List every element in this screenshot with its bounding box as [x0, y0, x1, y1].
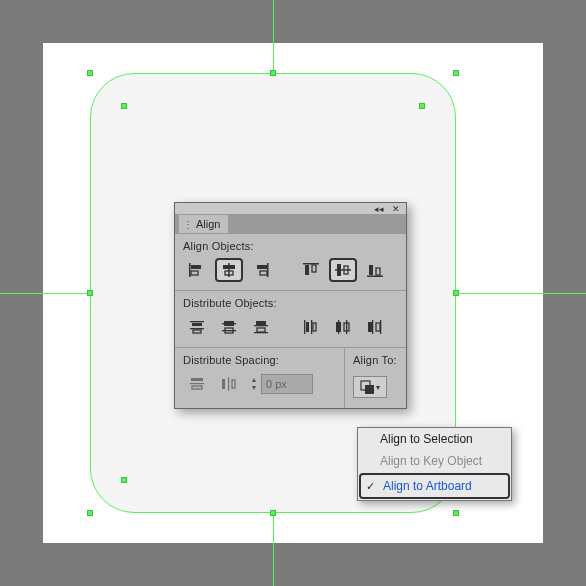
svg-rect-44: [192, 386, 202, 389]
chevron-down-icon: ▾: [376, 383, 380, 392]
svg-rect-29: [257, 328, 265, 332]
svg-rect-36: [346, 320, 347, 334]
selection-handle[interactable]: [270, 510, 276, 516]
corner-radius-handle[interactable]: [419, 103, 425, 109]
svg-rect-0: [189, 263, 191, 277]
check-icon: ✓: [366, 480, 375, 493]
vdist-center-button[interactable]: [215, 315, 243, 339]
hdist-left-button[interactable]: [297, 315, 325, 339]
svg-rect-33: [313, 323, 316, 331]
selection-handle[interactable]: [453, 70, 459, 76]
spacing-value-input[interactable]: 0 px: [261, 374, 313, 394]
selection-handle[interactable]: [87, 510, 93, 516]
align-to-dropdown-button[interactable]: ▾: [353, 376, 387, 398]
svg-rect-16: [369, 265, 373, 275]
svg-rect-19: [192, 323, 202, 326]
vdist-spacing-button[interactable]: [183, 372, 211, 396]
drag-grip-icon: ⋮: [183, 219, 193, 230]
svg-rect-23: [224, 321, 234, 326]
close-icon[interactable]: ✕: [392, 204, 400, 214]
corner-radius-handle[interactable]: [121, 103, 127, 109]
selection-handle[interactable]: [87, 290, 93, 296]
svg-rect-18: [190, 321, 204, 322]
svg-rect-49: [365, 385, 374, 394]
hdist-center-button[interactable]: [329, 315, 357, 339]
svg-rect-39: [368, 322, 372, 332]
align-left-button[interactable]: [183, 258, 211, 282]
spacing-stepper[interactable]: ▲▼: [247, 374, 261, 394]
selection-handle[interactable]: [453, 510, 459, 516]
svg-rect-13: [337, 264, 341, 276]
svg-rect-11: [312, 265, 316, 272]
dropdown-item-selection[interactable]: Align to Selection: [358, 428, 511, 450]
align-top-button[interactable]: [297, 258, 325, 282]
selection-handle[interactable]: [453, 290, 459, 296]
svg-rect-20: [190, 328, 204, 329]
section-label: Distribute Spacing:: [183, 354, 336, 366]
section-distribute-objects: Distribute Objects:: [175, 290, 406, 347]
svg-rect-21: [193, 330, 201, 333]
svg-rect-41: [376, 323, 380, 331]
section-label: Align Objects:: [183, 240, 398, 252]
vdist-top-button[interactable]: [183, 315, 211, 339]
svg-rect-17: [376, 268, 380, 275]
svg-rect-31: [306, 322, 309, 332]
svg-rect-27: [256, 321, 266, 325]
svg-rect-45: [222, 379, 225, 389]
svg-rect-26: [254, 325, 268, 326]
svg-rect-10: [305, 265, 309, 275]
selection-handle[interactable]: [87, 70, 93, 76]
tab-label: Align: [196, 218, 220, 230]
align-to-dropdown-menu: Align to Selection Align to Key Object ✓…: [357, 427, 512, 501]
panel-header: ◂◂ ✕: [175, 203, 406, 215]
dropdown-item-artboard[interactable]: ✓ Align to Artboard: [359, 473, 510, 499]
dropdown-item-keyobject: Align to Key Object: [358, 450, 511, 472]
svg-rect-4: [223, 265, 235, 269]
section-label: Distribute Objects:: [183, 297, 398, 309]
collapse-icon[interactable]: ◂◂: [374, 204, 384, 214]
corner-radius-handle[interactable]: [121, 477, 127, 483]
svg-rect-35: [336, 322, 341, 332]
align-panel[interactable]: ◂◂ ✕ ⋮ Align Align Objects:: [174, 202, 407, 409]
svg-rect-43: [190, 383, 204, 384]
align-bottom-button[interactable]: [361, 258, 389, 282]
svg-rect-15: [367, 276, 383, 278]
svg-rect-24: [222, 330, 236, 331]
svg-rect-42: [191, 378, 203, 381]
section-label: Align To:: [353, 354, 397, 366]
svg-rect-9: [303, 263, 319, 265]
svg-rect-8: [260, 271, 267, 275]
section-bottom: Distribute Spacing: ▲▼ 0 px Align To: ▾: [175, 347, 406, 408]
svg-rect-38: [372, 320, 373, 334]
selection-handle[interactable]: [270, 70, 276, 76]
svg-rect-7: [257, 265, 267, 269]
align-vcenter-button[interactable]: [329, 258, 357, 282]
section-align-objects: Align Objects:: [175, 233, 406, 290]
align-hcenter-button[interactable]: [215, 258, 243, 282]
svg-rect-30: [304, 320, 305, 334]
tab-align[interactable]: ⋮ Align: [179, 215, 229, 233]
svg-rect-2: [191, 271, 198, 275]
hdist-right-button[interactable]: [361, 315, 389, 339]
panel-tabbar: ⋮ Align: [175, 215, 406, 233]
vdist-bottom-button[interactable]: [247, 315, 275, 339]
hdist-spacing-button[interactable]: [215, 372, 243, 396]
svg-rect-47: [232, 380, 235, 388]
align-right-button[interactable]: [247, 258, 275, 282]
svg-rect-32: [311, 320, 312, 334]
svg-rect-1: [191, 265, 201, 269]
svg-rect-46: [228, 377, 229, 391]
